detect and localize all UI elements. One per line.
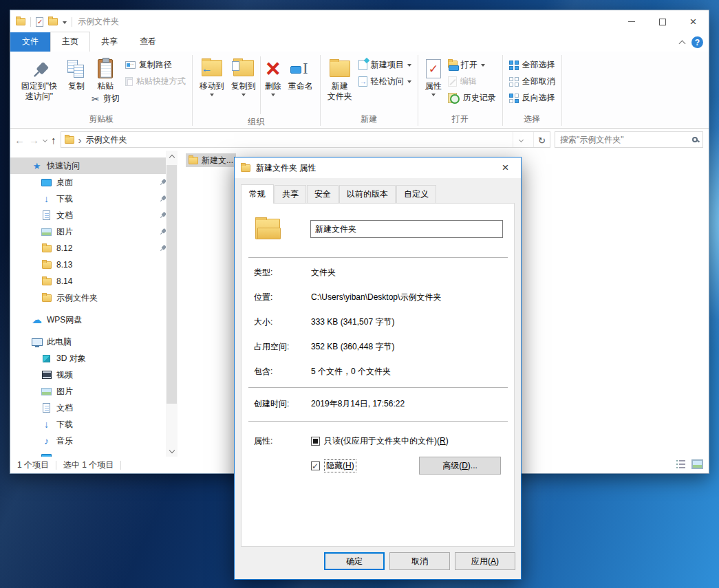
quick-access-toolbar bbox=[16, 17, 72, 27]
readonly-checkbox[interactable] bbox=[311, 437, 320, 446]
separator bbox=[248, 257, 508, 258]
tab-file[interactable]: 文件 bbox=[10, 32, 50, 52]
sidebar-item-8-13[interactable]: 8.13 bbox=[10, 257, 178, 273]
document-icon bbox=[43, 403, 50, 413]
cut-button[interactable]: 剪切 bbox=[89, 91, 122, 106]
tab-home[interactable]: 主页 bbox=[50, 32, 90, 52]
group-separator bbox=[561, 55, 562, 126]
apply-button[interactable]: 应用(A) bbox=[455, 552, 515, 570]
dialog-close-icon[interactable] bbox=[490, 157, 521, 178]
paste-button[interactable]: 粘贴 bbox=[94, 54, 117, 91]
tab-view[interactable]: 查看 bbox=[129, 32, 167, 52]
maximize-button[interactable] bbox=[647, 10, 678, 33]
sidebar-item-8-14[interactable]: 8.14 bbox=[10, 273, 178, 290]
dialog-tab-customize[interactable]: 自定义 bbox=[396, 185, 436, 203]
edit-button: 编辑 bbox=[445, 74, 499, 89]
new-item-button[interactable]: 新建项目 bbox=[356, 58, 414, 72]
qat-properties-icon[interactable] bbox=[36, 17, 43, 27]
sidebar-item-8-12[interactable]: 8.12 bbox=[10, 240, 178, 257]
move-to-icon: ← bbox=[202, 60, 222, 78]
open-button[interactable]: 打开 bbox=[445, 58, 499, 72]
delete-button[interactable]: 删除 bbox=[261, 54, 285, 96]
dialog-tab-general[interactable]: 常规 bbox=[241, 184, 274, 204]
breadcrumb[interactable]: 示例文件夹 bbox=[86, 134, 509, 146]
new-item-dropdown-icon bbox=[407, 64, 411, 67]
cancel-button[interactable]: 取消 bbox=[389, 552, 450, 570]
history-icon bbox=[448, 93, 460, 104]
search-icon[interactable] bbox=[692, 137, 698, 142]
tab-share[interactable]: 共享 bbox=[90, 32, 129, 52]
history-button[interactable]: 历史记录 bbox=[445, 91, 499, 105]
refresh-button[interactable] bbox=[533, 132, 550, 147]
paste-shortcut-icon bbox=[125, 77, 133, 86]
separator bbox=[248, 421, 508, 422]
file-item-selected[interactable]: 新建文... bbox=[186, 153, 236, 167]
scroll-down-icon[interactable] bbox=[166, 446, 178, 457]
sidebar-item-quick-access[interactable]: 快速访问 bbox=[10, 157, 166, 174]
sidebar-item-clipped[interactable] bbox=[10, 449, 178, 457]
up-button[interactable] bbox=[51, 135, 56, 145]
sidebar-item-3d-objects[interactable]: 3D 对象 bbox=[10, 350, 178, 367]
sidebar-item-pictures[interactable]: 图片 bbox=[10, 224, 178, 240]
forward-button[interactable] bbox=[29, 135, 39, 145]
pin-to-quick-access-button[interactable]: 固定到"快速访问" bbox=[14, 54, 64, 102]
advanced-button[interactable]: 高级(D)... bbox=[419, 457, 501, 475]
sidebar-item-example-folder[interactable]: 示例文件夹 bbox=[10, 290, 178, 306]
delete-icon bbox=[266, 59, 280, 79]
dialog-tab-previous-versions[interactable]: 以前的版本 bbox=[339, 185, 396, 203]
download-icon bbox=[41, 419, 52, 430]
desktop-icon bbox=[41, 179, 52, 186]
sidebar-item-this-pc[interactable]: 此电脑 bbox=[10, 334, 178, 350]
qat-new-folder-icon[interactable] bbox=[48, 18, 58, 25]
recent-locations-dropdown-icon[interactable] bbox=[43, 137, 47, 142]
minimize-button[interactable] bbox=[616, 10, 647, 33]
download-icon bbox=[41, 193, 52, 204]
hidden-checkbox[interactable] bbox=[311, 461, 320, 470]
folder-name-input[interactable] bbox=[310, 220, 503, 238]
scrollbar-thumb[interactable] bbox=[167, 165, 177, 404]
status-item-count: 1 个项目 bbox=[17, 459, 49, 471]
close-button[interactable] bbox=[678, 10, 709, 33]
sidebar-item-downloads[interactable]: 下载 bbox=[10, 190, 178, 207]
move-to-button[interactable]: ← 移动到 bbox=[196, 54, 228, 96]
select-none-button[interactable]: 全部取消 bbox=[506, 74, 558, 89]
rename-button[interactable]: 重命名 bbox=[285, 54, 316, 91]
dialog-tab-security[interactable]: 安全 bbox=[307, 185, 339, 203]
properties-dialog: 新建文件夹 属性 常规 共享 安全 以前的版本 自定义 类型: 文件夹 位置: … bbox=[234, 157, 522, 580]
qat-customize-dropdown-icon[interactable] bbox=[63, 21, 67, 24]
address-box[interactable]: 示例文件夹 bbox=[61, 131, 551, 148]
sidebar-item-music[interactable]: 音乐 bbox=[10, 433, 178, 449]
copy-path-button[interactable]: 复制路径 bbox=[122, 58, 189, 72]
thumbnail-view-icon[interactable] bbox=[691, 459, 703, 469]
sidebar-item-downloads-pc[interactable]: 下载 bbox=[10, 416, 178, 433]
copy-button[interactable]: 复制 bbox=[64, 54, 89, 91]
address-bar: 示例文件夹 bbox=[10, 129, 709, 151]
sidebar-item-documents-pc[interactable]: 文档 bbox=[10, 400, 178, 416]
back-button[interactable] bbox=[14, 135, 25, 145]
sidebar-scrollbar[interactable] bbox=[166, 151, 178, 457]
status-separator bbox=[56, 461, 56, 470]
sidebar-item-wps-cloud[interactable]: WPS网盘 bbox=[10, 312, 178, 328]
sidebar-item-documents[interactable]: 文档 bbox=[10, 207, 178, 224]
search-input[interactable] bbox=[560, 135, 692, 144]
3d-objects-icon bbox=[43, 355, 50, 362]
scroll-up-icon[interactable] bbox=[166, 151, 178, 162]
new-folder-button[interactable]: 新建 文件夹 bbox=[324, 54, 356, 102]
invert-selection-button[interactable]: 反向选择 bbox=[506, 91, 558, 105]
address-dropdown-button[interactable] bbox=[513, 132, 529, 147]
sidebar-item-desktop[interactable]: 桌面 bbox=[10, 174, 178, 190]
sidebar-item-pictures-pc[interactable]: 图片 bbox=[10, 383, 178, 400]
help-icon[interactable] bbox=[691, 36, 703, 48]
ok-button[interactable]: 确定 bbox=[324, 552, 385, 570]
navigation-pane: 快速访问 桌面 下载 文档 bbox=[10, 151, 178, 457]
sidebar-item-videos[interactable]: 视频 bbox=[10, 367, 178, 383]
ribbon-group-clipboard: 固定到"快速访问" 复制 粘贴 剪切 bbox=[12, 53, 191, 128]
copy-to-button[interactable]: 复制到 bbox=[228, 54, 259, 96]
dialog-tab-sharing[interactable]: 共享 bbox=[275, 185, 306, 203]
easy-access-icon bbox=[358, 76, 367, 87]
easy-access-button[interactable]: 轻松访问 bbox=[356, 74, 414, 89]
details-view-icon[interactable] bbox=[676, 459, 686, 469]
properties-button[interactable]: 属性 bbox=[422, 54, 445, 96]
select-all-button[interactable]: 全部选择 bbox=[506, 58, 558, 72]
collapse-ribbon-icon[interactable] bbox=[679, 40, 686, 47]
